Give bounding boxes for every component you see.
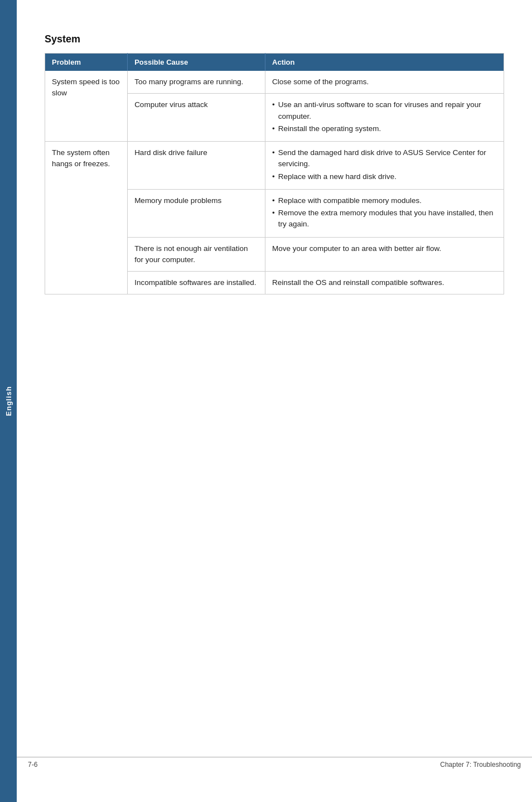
problem-cell-1: System speed is too slow [45,71,128,142]
cause-cell-1: Too many programs are running. [128,71,265,94]
action-bullet: Use an anti-virus software to scan for v… [272,99,497,122]
action-bullet: Remove the extra memory modules that you… [272,207,497,230]
action-bullet: Replace with a new hard disk drive. [272,171,497,182]
table-header-row: Problem Possible Cause Action [45,54,504,71]
header-action: Action [265,54,504,71]
sidebar-label: English [4,386,13,416]
header-cause: Possible Cause [128,54,265,71]
cause-cell-2: Computer virus attack [128,94,265,142]
action-cell-1: Close some of the programs. [265,71,504,94]
cause-cell-3: Hard disk drive failure [128,142,265,190]
footer: 7-6 Chapter 7: Troubleshooting [17,757,532,769]
cause-cell-6: Incompatible softwares are installed. [128,272,265,294]
cause-cell-4: Memory module problems [128,189,265,237]
action-cell-4: Replace with compatible memory modules. … [265,189,504,237]
sidebar: English [0,0,17,802]
action-cell-2: Use an anti-virus software to scan for v… [265,94,504,142]
troubleshoot-table: Problem Possible Cause Action System spe… [45,53,504,294]
table-row: The system often hangs or freezes. Hard … [45,142,504,190]
table-row: System speed is too slow Too many progra… [45,71,504,94]
action-bullet: Replace with compatible memory modules. [272,195,497,206]
action-bullet: Send the damaged hard disk drive to ASUS… [272,147,497,170]
action-cell-6: Reinstall the OS and reinstall compatibl… [265,272,504,294]
action-bullet: Reinstall the operating system. [272,123,497,134]
footer-left: 7-6 [28,761,37,769]
footer-right: Chapter 7: Troubleshooting [440,761,521,769]
problem-cell-2: The system often hangs or freezes. [45,142,128,294]
header-problem: Problem [45,54,128,71]
action-cell-3: Send the damaged hard disk drive to ASUS… [265,142,504,190]
section-title: System [45,33,504,45]
action-cell-5: Move your computer to an area with bette… [265,237,504,272]
main-content: System Problem Possible Cause Action Sys… [17,0,532,339]
cause-cell-5: There is not enough air ventilation for … [128,237,265,272]
